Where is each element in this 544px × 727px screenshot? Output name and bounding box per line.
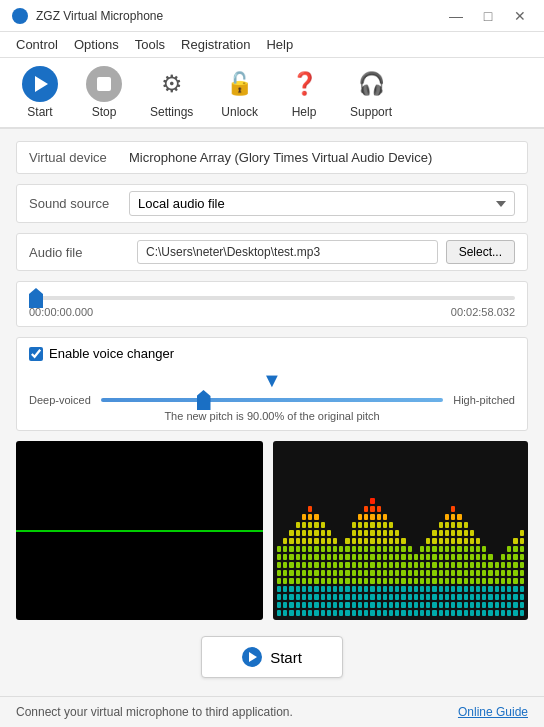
- virtual-device-label: Virtual device: [29, 150, 129, 165]
- help-toolbar-button[interactable]: ❓ Help: [280, 64, 328, 121]
- pitch-section: ▼ Deep-voiced High-pitched The new pitch…: [29, 369, 515, 422]
- app-title: ZGZ Virtual Microphone: [36, 9, 163, 23]
- maximize-button[interactable]: □: [476, 4, 500, 28]
- select-file-button[interactable]: Select...: [446, 240, 515, 264]
- spectrum-bar-column: [457, 514, 461, 616]
- spectrum-bar-column: [302, 514, 306, 616]
- pitch-thumb[interactable]: [197, 390, 211, 410]
- spectrum-bar-column: [377, 506, 381, 616]
- spectrum-bar-column: [476, 538, 480, 616]
- online-guide-link[interactable]: Online Guide: [458, 705, 528, 719]
- spectrum-bar-column: [445, 514, 449, 616]
- unlock-icon: 🔓: [222, 66, 258, 102]
- start-toolbar-button[interactable]: Start: [16, 64, 64, 121]
- menu-options[interactable]: Options: [66, 34, 127, 55]
- spectrum-bar-column: [283, 538, 287, 616]
- spectrum-bar-column: [383, 514, 387, 616]
- spectrum-bar-column: [395, 530, 399, 616]
- spectrum-bar-column: [370, 498, 374, 616]
- playback-track[interactable]: [29, 296, 515, 300]
- visualizer-row: [16, 441, 528, 620]
- spectrum-bar-column: [414, 554, 418, 616]
- stop-toolbar-label: Stop: [92, 105, 117, 119]
- spectrum-bar-column: [308, 506, 312, 616]
- help-toolbar-label: Help: [292, 105, 317, 119]
- audio-file-input[interactable]: [137, 240, 438, 264]
- minimize-button[interactable]: —: [444, 4, 468, 28]
- start-button[interactable]: Start: [201, 636, 343, 678]
- start-button-label: Start: [270, 649, 302, 666]
- high-pitched-label: High-pitched: [453, 394, 515, 406]
- spectrum-bar-column: [426, 538, 430, 616]
- start-toolbar-label: Start: [27, 105, 52, 119]
- start-icon: [22, 66, 58, 102]
- spectrum-bar-column: [314, 514, 318, 616]
- time-row: 00:00:00.000 00:02:58.032: [29, 306, 515, 318]
- menu-tools[interactable]: Tools: [127, 34, 173, 55]
- help-icon: ❓: [286, 66, 322, 102]
- spectrum-bar-column: [520, 530, 524, 616]
- title-bar: ZGZ Virtual Microphone — □ ✕: [0, 0, 544, 32]
- spectrum-bar-column: [389, 522, 393, 616]
- playback-thumb[interactable]: [29, 288, 43, 308]
- virtual-device-row: Virtual device Microphone Array (Glory T…: [16, 141, 528, 174]
- menu-bar: Control Options Tools Registration Help: [0, 32, 544, 58]
- title-bar-left: ZGZ Virtual Microphone: [12, 8, 163, 24]
- spectrum-bar-column: [495, 562, 499, 616]
- settings-toolbar-label: Settings: [150, 105, 193, 119]
- spectrum-bar-column: [513, 538, 517, 616]
- spectrum-bar-column: [451, 506, 455, 616]
- spectrum-bar-column: [507, 546, 511, 616]
- enable-voice-changer-label: Enable voice changer: [49, 346, 174, 361]
- sound-source-select[interactable]: Local audio fileMicrophoneSystem audio: [129, 191, 515, 216]
- enable-voice-changer-row: Enable voice changer: [29, 346, 515, 361]
- spectrum-bar-column: [439, 522, 443, 616]
- spectrum-bar-column: [401, 538, 405, 616]
- pitch-description: The new pitch is 90.00% of the original …: [164, 410, 379, 422]
- spectrum-bar-column: [432, 530, 436, 616]
- spectrum-bar-column: [339, 546, 343, 616]
- spectrum-bar-column: [289, 530, 293, 616]
- virtual-device-value: Microphone Array (Glory Times Virtual Au…: [129, 150, 515, 165]
- pitch-track[interactable]: [101, 398, 443, 402]
- main-content: Virtual device Microphone Array (Glory T…: [0, 129, 544, 696]
- close-button[interactable]: ✕: [508, 4, 532, 28]
- voice-changer-section: Enable voice changer ▼ Deep-voiced High-…: [16, 337, 528, 431]
- deep-voiced-label: Deep-voiced: [29, 394, 91, 406]
- playback-section: 00:00:00.000 00:02:58.032: [16, 281, 528, 327]
- menu-registration[interactable]: Registration: [173, 34, 258, 55]
- enable-voice-changer-checkbox[interactable]: [29, 347, 43, 361]
- total-time: 00:02:58.032: [451, 306, 515, 318]
- spectrum-bar-column: [464, 522, 468, 616]
- pitch-arrow-icon: ▼: [262, 369, 282, 392]
- support-toolbar-button[interactable]: 🎧 Support: [344, 64, 398, 121]
- spectrum-bar-column: [358, 514, 362, 616]
- start-button-icon: [242, 647, 262, 667]
- spectrum-bar-column: [321, 522, 325, 616]
- start-button-container: Start: [16, 630, 528, 684]
- sound-source-row: Sound source Local audio fileMicrophoneS…: [16, 184, 528, 223]
- spectrum-bar-column: [345, 538, 349, 616]
- stop-icon: [86, 66, 122, 102]
- waveform-line: [16, 530, 263, 532]
- waveform-panel: [16, 441, 263, 620]
- toolbar: Start Stop ⚙ Settings 🔓 Unlock ❓ Help 🎧 …: [0, 58, 544, 129]
- support-icon: 🎧: [353, 66, 389, 102]
- spectrum-bar-column: [327, 530, 331, 616]
- spectrum-bar-column: [333, 538, 337, 616]
- settings-icon: ⚙: [154, 66, 190, 102]
- spectrum-bar-column: [488, 554, 492, 616]
- stop-toolbar-button[interactable]: Stop: [80, 64, 128, 121]
- menu-control[interactable]: Control: [8, 34, 66, 55]
- title-bar-controls: — □ ✕: [444, 4, 532, 28]
- spectrum-bar-column: [364, 506, 368, 616]
- footer-message: Connect your virtual microphone to third…: [16, 705, 293, 719]
- unlock-toolbar-button[interactable]: 🔓 Unlock: [215, 64, 264, 121]
- spectrum-bar-column: [352, 522, 356, 616]
- sound-source-label: Sound source: [29, 196, 129, 211]
- menu-help[interactable]: Help: [258, 34, 301, 55]
- spectrum-bar-column: [420, 546, 424, 616]
- settings-toolbar-button[interactable]: ⚙ Settings: [144, 64, 199, 121]
- spectrum-bar-column: [408, 546, 412, 616]
- footer: Connect your virtual microphone to third…: [0, 696, 544, 727]
